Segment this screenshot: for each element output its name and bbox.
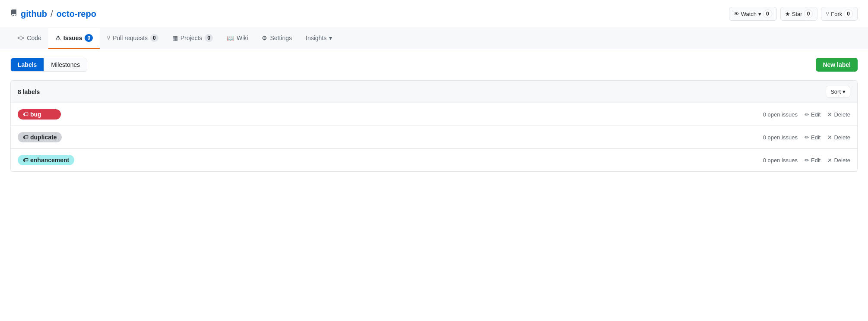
delete-label: Delete <box>834 111 850 118</box>
issue-icon: ⚠ <box>55 35 61 41</box>
sort-label: Sort <box>830 88 841 95</box>
label-tag-duplicate: 🏷 duplicate <box>18 132 62 142</box>
label-row: 🏷 enhancement 0 open issues ✏ Edit ✕ Del… <box>11 149 857 171</box>
sort-button[interactable]: Sort ▾ <box>826 86 850 98</box>
label-tag-enhancement: 🏷 enhancement <box>18 155 74 165</box>
watch-count: 0 <box>763 9 772 18</box>
projects-badge: 0 <box>205 34 213 42</box>
repo-name-link[interactable]: octo-repo <box>57 9 96 19</box>
eye-icon: 👁 <box>734 11 739 17</box>
header-actions: 👁 Watch ▾ 0 ★ Star 0 ⑂ Fork 0 <box>729 7 858 21</box>
label-info: 🏷 enhancement <box>18 155 746 165</box>
tab-projects-label: Projects <box>181 35 203 41</box>
duplicate-open-issues: 0 open issues <box>746 134 798 141</box>
tag-icon: 🏷 <box>23 111 28 117</box>
tab-wiki-label: Wiki <box>237 35 248 41</box>
x-icon: ✕ <box>827 111 832 118</box>
edit-enhancement-button[interactable]: ✏ Edit <box>805 157 820 164</box>
labels-count: 8 labels <box>18 88 40 95</box>
delete-duplicate-button[interactable]: ✕ Delete <box>827 134 850 141</box>
label-name-enhancement: enhancement <box>30 157 69 164</box>
edit-label: Edit <box>811 157 820 164</box>
label-info: 🏷 duplicate <box>18 132 746 142</box>
label-tag-bug: 🏷 bug <box>18 109 61 120</box>
projects-icon: ▦ <box>172 35 178 41</box>
edit-label: Edit <box>811 134 820 141</box>
tab-insights[interactable]: Insights ▾ <box>299 28 339 48</box>
wiki-icon: 📖 <box>227 35 234 41</box>
repo-owner-link[interactable]: github <box>21 9 47 19</box>
sort-chevron-icon: ▾ <box>843 88 846 95</box>
issues-badge: 0 <box>85 34 93 42</box>
labels-toggle-button[interactable]: Labels <box>11 58 44 71</box>
label-name-bug: bug <box>30 111 41 118</box>
tab-code[interactable]: <> Code <box>10 28 48 48</box>
watch-button[interactable]: 👁 Watch ▾ 0 <box>729 7 777 21</box>
label-name-duplicate: duplicate <box>30 134 57 141</box>
delete-enhancement-button[interactable]: ✕ Delete <box>827 157 850 164</box>
label-row: 🏷 bug 0 open issues ✏ Edit ✕ Delete <box>11 103 857 126</box>
fork-icon: ⑂ <box>826 11 829 17</box>
repo-header: github / octo-repo 👁 Watch ▾ 0 ★ Star 0 … <box>0 0 868 28</box>
fork-label: Fork <box>831 11 842 17</box>
tab-settings-label: Settings <box>270 35 292 41</box>
repo-separator: / <box>51 9 53 19</box>
tag-icon: 🏷 <box>23 157 28 163</box>
repo-title: github / octo-repo <box>10 9 96 19</box>
tab-issues-label: Issues <box>63 35 82 41</box>
pencil-icon: ✏ <box>805 134 809 141</box>
nav-tabs: <> Code ⚠ Issues 0 ⑂ Pull requests 0 ▦ P… <box>0 28 868 49</box>
section-toggle: Labels Milestones New label <box>10 58 858 72</box>
label-info: 🏷 bug <box>18 109 746 120</box>
pencil-icon: ✏ <box>805 157 809 164</box>
tab-insights-label: Insights <box>306 35 326 41</box>
pr-icon: ⑂ <box>107 35 110 41</box>
tab-projects[interactable]: ▦ Projects 0 <box>165 28 220 49</box>
pencil-icon: ✏ <box>805 111 809 118</box>
star-icon: ★ <box>785 11 790 17</box>
x-icon: ✕ <box>827 134 832 141</box>
watch-label: Watch <box>741 11 757 17</box>
milestones-toggle-button[interactable]: Milestones <box>44 58 87 71</box>
star-count: 0 <box>804 9 813 18</box>
x-icon: ✕ <box>827 157 832 164</box>
label-row: 🏷 duplicate 0 open issues ✏ Edit ✕ Delet… <box>11 126 857 149</box>
fork-count: 0 <box>844 9 853 18</box>
labels-table: 8 labels Sort ▾ 🏷 bug 0 open issues ✏ Ed… <box>10 80 858 172</box>
edit-label: Edit <box>811 111 820 118</box>
enhancement-open-issues: 0 open issues <box>746 157 798 164</box>
code-icon: <> <box>17 35 24 41</box>
delete-bug-button[interactable]: ✕ Delete <box>827 111 850 118</box>
label-actions-duplicate: 0 open issues ✏ Edit ✕ Delete <box>746 134 850 141</box>
main-content: Labels Milestones New label 8 labels Sor… <box>0 49 868 180</box>
delete-label: Delete <box>834 134 850 141</box>
settings-icon: ⚙ <box>262 35 267 41</box>
label-actions-bug: 0 open issues ✏ Edit ✕ Delete <box>746 111 850 118</box>
edit-bug-button[interactable]: ✏ Edit <box>805 111 820 118</box>
label-actions-enhancement: 0 open issues ✏ Edit ✕ Delete <box>746 157 850 164</box>
bug-open-issues: 0 open issues <box>746 111 798 118</box>
fork-button[interactable]: ⑂ Fork 0 <box>821 7 858 21</box>
new-label-button[interactable]: New label <box>816 58 858 72</box>
tab-wiki[interactable]: 📖 Wiki <box>220 28 255 48</box>
tab-pull-requests[interactable]: ⑂ Pull requests 0 <box>100 28 165 49</box>
tab-settings[interactable]: ⚙ Settings <box>255 28 299 48</box>
toggle-group: Labels Milestones <box>10 58 87 72</box>
pr-badge: 0 <box>150 34 158 42</box>
tag-icon: 🏷 <box>23 134 28 140</box>
tab-pr-label: Pull requests <box>113 35 148 41</box>
book-icon <box>10 9 17 19</box>
edit-duplicate-button[interactable]: ✏ Edit <box>805 134 820 141</box>
tab-issues[interactable]: ⚠ Issues 0 <box>48 28 100 49</box>
watch-chevron-icon: ▾ <box>758 11 761 17</box>
star-label: Star <box>792 11 802 17</box>
delete-label: Delete <box>834 157 850 164</box>
star-button[interactable]: ★ Star 0 <box>780 7 818 21</box>
insights-chevron-icon: ▾ <box>329 35 332 41</box>
tab-code-label: Code <box>27 35 41 41</box>
labels-table-header: 8 labels Sort ▾ <box>11 81 857 103</box>
